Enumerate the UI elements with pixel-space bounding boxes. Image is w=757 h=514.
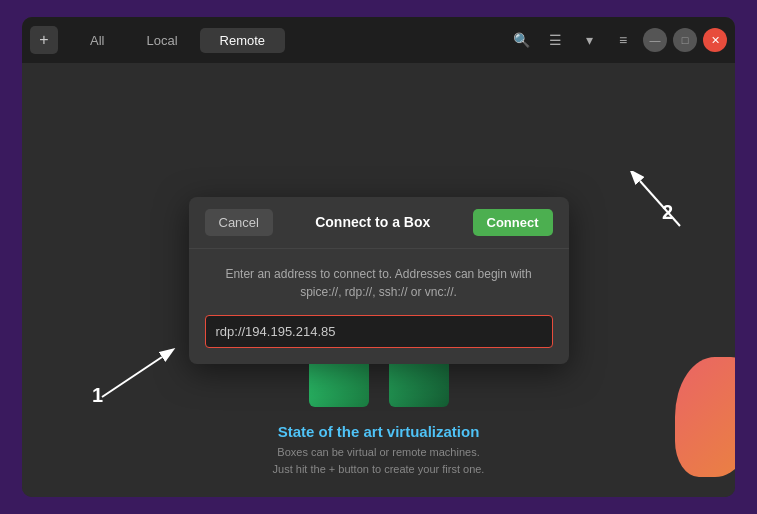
connect-dialog: Cancel Connect to a Box Connect Enter an… (189, 197, 569, 364)
dialog-description: Enter an address to connect to. Addresse… (205, 265, 553, 301)
dialog-header: Cancel Connect to a Box Connect (189, 197, 569, 249)
app-window: + All Local Remote 🔍 ☰ ▾ ≡ — □ ✕ (22, 17, 735, 497)
dialog-overlay: Cancel Connect to a Box Connect Enter an… (22, 63, 735, 497)
main-content: State of the art virtualization Boxes ca… (22, 63, 735, 497)
address-input[interactable] (205, 315, 553, 348)
titlebar: + All Local Remote 🔍 ☰ ▾ ≡ — □ ✕ (22, 17, 735, 63)
dialog-title: Connect to a Box (281, 214, 465, 230)
menu-button[interactable]: ≡ (609, 26, 637, 54)
tab-all[interactable]: All (70, 28, 124, 53)
list-view-button[interactable]: ☰ (541, 26, 569, 54)
add-button[interactable]: + (30, 26, 58, 54)
close-button[interactable]: ✕ (703, 28, 727, 52)
maximize-button[interactable]: □ (673, 28, 697, 52)
svg-line-3 (640, 181, 680, 226)
minimize-button[interactable]: — (643, 28, 667, 52)
cancel-button[interactable]: Cancel (205, 209, 273, 236)
tab-local[interactable]: Local (126, 28, 197, 53)
dropdown-button[interactable]: ▾ (575, 26, 603, 54)
tab-remote[interactable]: Remote (200, 28, 286, 53)
tab-group: All Local Remote (70, 28, 285, 53)
svg-line-1 (102, 357, 162, 397)
dialog-body: Enter an address to connect to. Addresse… (189, 249, 569, 364)
titlebar-icons: 🔍 ☰ ▾ ≡ (507, 26, 637, 54)
connect-button[interactable]: Connect (473, 209, 553, 236)
search-icon-button[interactable]: 🔍 (507, 26, 535, 54)
